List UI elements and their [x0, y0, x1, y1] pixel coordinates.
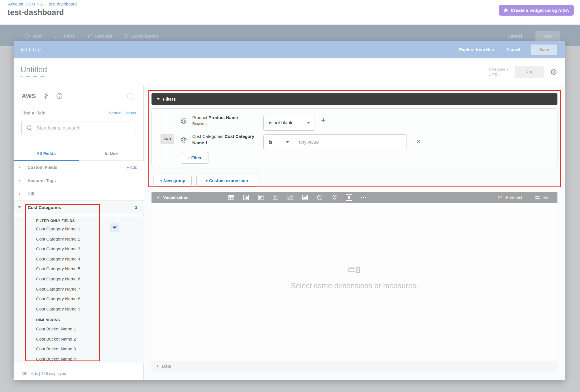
add-custom-field-link[interactable]: + Add — [127, 165, 138, 170]
data-section-header[interactable]: Data — [152, 361, 557, 371]
filter-group-box: AND Product Product Name Required is not… — [152, 108, 557, 167]
filter-field-name[interactable]: Cost Categories Cost Category Name 1 — [192, 133, 261, 146]
create-widget-aida-button[interactable]: ❋ Create a widget using AIDA — [499, 5, 574, 16]
timezone-selector[interactable]: Time Zone UTC — [489, 67, 509, 77]
filter-field-name[interactable]: Product Product Name — [192, 114, 238, 121]
pie-chart-viz-icon[interactable] — [316, 194, 323, 201]
query-settings-gear-icon[interactable] — [550, 69, 557, 75]
forecast-button[interactable]: Forecast — [497, 195, 522, 200]
run-button[interactable]: Run — [515, 66, 544, 78]
edit-label: Edit — [543, 195, 551, 200]
tab-all-fields[interactable]: All Fields — [14, 146, 79, 160]
modal-save-button[interactable]: Save — [531, 45, 557, 55]
toolbar-quick-layout-button[interactable]: Quick layout — [124, 34, 158, 39]
sidebar-section-account-tags[interactable]: Account Tags — [14, 174, 144, 187]
toolbar-add-button[interactable]: Add — [24, 33, 41, 39]
explore-from-here-link[interactable]: Explore from Here — [459, 47, 496, 52]
edit-visualization-button[interactable]: Edit — [535, 195, 551, 200]
more-viz-types-icon[interactable] — [360, 194, 367, 201]
scatter-viz-icon[interactable] — [272, 194, 279, 201]
field-item[interactable]: Cost Category Name 1 — [36, 224, 80, 234]
line-chart-viz-icon[interactable] — [287, 194, 294, 201]
filter-value-input[interactable] — [293, 135, 407, 150]
chevron-right-icon — [19, 193, 21, 195]
custom-expression-button[interactable]: + Custom expression — [196, 175, 257, 186]
table-viz-icon[interactable] — [228, 194, 235, 201]
breadcrumb-current-link[interactable]: test-dashboard — [49, 2, 77, 6]
toolbar-save-button[interactable]: Save — [535, 31, 560, 41]
search-options-link[interactable]: Search Options — [109, 111, 136, 115]
section-label: Bill — [27, 191, 34, 196]
breadcrumb-account-link[interactable]: Account: CCM-NG — [8, 2, 43, 6]
add-filter-value-icon[interactable]: + — [321, 116, 326, 125]
toolbar-settings-label: Settings — [95, 34, 112, 39]
field-item[interactable]: Cost Bucket Name 2 — [36, 334, 76, 344]
field-item[interactable]: Cost Category Name 4 — [36, 254, 80, 264]
field-item[interactable]: Cost Bucket Name 4 — [36, 354, 76, 363]
field-item[interactable]: Cost Bucket Name 1 — [36, 324, 76, 334]
operator-value: is — [269, 140, 272, 145]
add-filter-button[interactable]: + Filter — [181, 152, 208, 164]
data-section-label: Data — [162, 364, 171, 369]
filter-required-label: Required — [192, 121, 238, 126]
toolbar-settings-button[interactable]: Settings — [86, 33, 112, 39]
single-value-glyph: 6 — [348, 195, 350, 200]
bolt-icon[interactable] — [43, 93, 49, 99]
field-item[interactable]: Cost Category Name 3 — [36, 244, 80, 254]
field-item[interactable]: Cost Category Name 9 — [36, 304, 80, 314]
filter-field-gear-icon[interactable] — [180, 117, 187, 124]
field-item[interactable]: Cost Category Name 8 — [36, 294, 80, 304]
filter-operator-select[interactable]: is not blank — [263, 115, 315, 131]
collapse-sidebar-icon[interactable] — [127, 93, 134, 100]
sidebar-section-cost-categories[interactable]: Cost Categories 1 — [14, 201, 144, 214]
chevron-right-icon — [19, 179, 21, 182]
filters-header-label: Filters — [163, 97, 176, 101]
breadcrumb: Account: CCM-NG › test-dashboard — [8, 2, 77, 6]
timezone-label: Time Zone — [489, 67, 505, 72]
toolbar-cancel-button[interactable]: Cancel — [507, 34, 522, 39]
info-icon[interactable] — [56, 93, 62, 99]
add-circle-icon — [24, 33, 30, 39]
new-group-button[interactable]: + New group — [154, 175, 192, 186]
filters-section-header[interactable]: Filters — [152, 93, 557, 105]
field-item[interactable]: Cost Category Name 6 — [36, 274, 80, 284]
aida-button-label: Create a widget using AIDA — [511, 8, 569, 13]
chevron-down-icon — [157, 197, 160, 198]
filter-condition-combo: is — [263, 134, 407, 150]
field-item[interactable]: Cost Category Name 5 — [36, 264, 80, 274]
field-search-input[interactable] — [37, 125, 131, 131]
tab-in-use[interactable]: In Use — [79, 146, 144, 160]
divider — [14, 368, 144, 368]
area-chart-viz-icon[interactable] — [302, 194, 309, 201]
field-item[interactable]: Cost Bucket Name 3 — [36, 344, 76, 354]
fields-count-status: 436 fields | 436 displayed — [21, 371, 66, 376]
toolbar-quick-layout-label: Quick layout — [131, 34, 158, 39]
toolbar-filters-button[interactable]: Filters — [53, 33, 75, 39]
page-header: Account: CCM-NG › test-dashboard test-da… — [0, 0, 580, 25]
tile-name-input[interactable]: Untitled — [21, 65, 47, 77]
visualization-canvas: Select some dimensions or measures. — [152, 203, 557, 361]
modal-title: Edit Tile — [21, 47, 41, 53]
chevron-down-icon — [157, 98, 160, 100]
field-item[interactable]: Cost Category Name 2 — [36, 234, 80, 244]
column-chart-viz-icon[interactable] — [243, 194, 250, 201]
filter-field-gear-icon[interactable] — [180, 137, 187, 144]
sidebar-section-custom-fields[interactable]: Custom Fields + Add — [14, 161, 144, 174]
visualization-section-header[interactable]: Visualization 6 Forecast — [152, 192, 557, 203]
filter-only-fields-label: FILTER-ONLY FIELDS — [36, 219, 75, 223]
logic-operator-chip[interactable]: AND — [160, 134, 174, 144]
chevron-right-icon — [157, 365, 158, 368]
filter-operator-select[interactable]: is — [264, 135, 293, 150]
bar-chart-viz-icon[interactable] — [257, 194, 264, 201]
breadcrumb-separator: › — [45, 2, 46, 6]
map-viz-icon[interactable] — [331, 194, 338, 201]
tile-title-row: Untitled Time Zone UTC Run — [14, 58, 565, 85]
active-filter-chip[interactable] — [110, 223, 119, 232]
grid-dots-icon — [124, 34, 129, 39]
sidebar-section-bill[interactable]: Bill — [14, 187, 144, 201]
remove-filter-icon[interactable]: × — [416, 138, 420, 146]
single-value-viz-icon[interactable]: 6 — [346, 194, 352, 201]
modal-cancel-button[interactable]: Cancel — [507, 47, 520, 52]
field-item[interactable]: Cost Category Name 7 — [36, 284, 80, 294]
timezone-value: UTC — [489, 72, 509, 77]
